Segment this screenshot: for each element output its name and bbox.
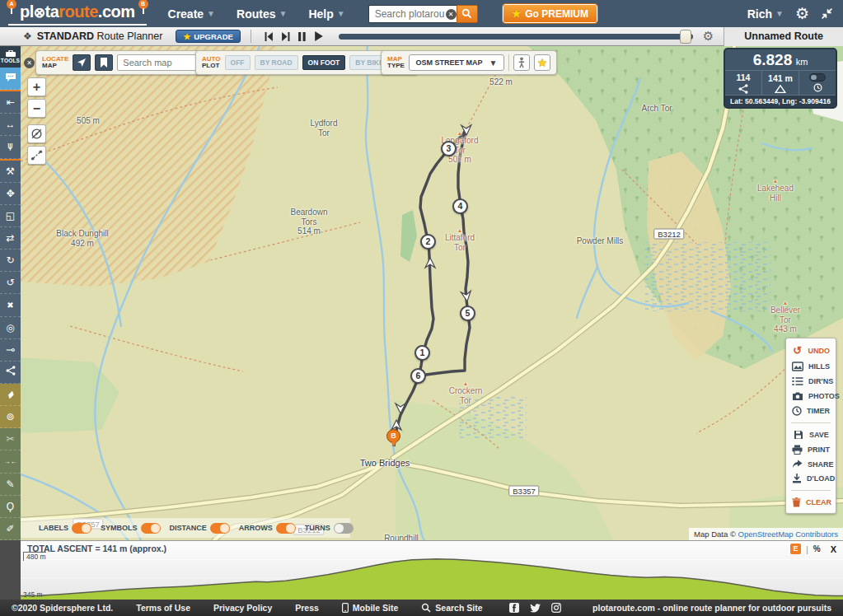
playback-settings-icon[interactable]: ⚙ [703,29,714,44]
favourite-map-button[interactable]: ★ [534,54,550,71]
instagram-icon[interactable] [551,603,561,613]
footer-link-search-site[interactable]: Search Site [421,603,482,613]
timer-stat[interactable] [799,71,836,95]
collapse-icon[interactable] [821,7,833,20]
route-waypoint-4[interactable]: 4 [452,198,468,214]
pause-button[interactable] [296,30,309,42]
compass-disabled-button[interactable] [27,124,46,143]
playback-slider[interactable] [339,34,693,40]
twitter-icon[interactable] [530,604,541,613]
toggle-switch[interactable] [276,523,296,534]
user-menu[interactable]: Rich▼ [747,7,784,21]
share-route-tool[interactable] [0,362,21,384]
move-start-tool[interactable]: ⇤ [0,90,21,114]
route-overview-button[interactable] [27,146,46,165]
autoplot-on-foot-button[interactable]: ON FOOT [302,55,346,70]
route-waypoint-5[interactable]: 5 [460,306,475,321]
search-button[interactable] [457,5,478,23]
clear-search-icon[interactable]: ✕ [446,9,457,20]
pan-route-tool[interactable]: ✥ [0,183,21,205]
reverse-route-tool[interactable]: ⇄ [0,227,21,250]
route-waypoint-2[interactable]: 2 [420,234,436,250]
timer-toggle[interactable] [809,73,826,82]
my-location-button[interactable] [73,54,91,71]
toggle-switch[interactable] [141,523,161,534]
redo-tool[interactable]: ↻ [0,250,21,272]
star-icon: ★ [183,32,190,41]
join-routes-tool[interactable]: →← [0,450,21,473]
menu-routes[interactable]: Routes▼ [237,7,287,21]
skip-to-end-button[interactable] [279,30,293,42]
map-type-select[interactable]: OSM STREET MAP▼ [409,54,504,71]
route-waypoint-3[interactable]: 3 [441,141,457,156]
map-canvas[interactable]: 505 mLydford TorWhite Tor 522 mArch Tor▲… [21,46,843,540]
facebook-icon[interactable] [509,603,519,613]
footer-link-mobile-site[interactable]: Mobile Site [342,603,398,613]
undo-button[interactable]: ↺UNDO [786,342,836,359]
osm-contributors-link[interactable]: OpenStreetMap Contributors [738,530,838,539]
print-button[interactable]: PRINT [786,442,836,457]
annotate-tool[interactable]: ✐ [0,518,21,540]
site-logo[interactable]: A B pl⊗taroute.com [8,2,147,26]
timer-button[interactable]: TIMER [786,404,836,418]
go-premium-button[interactable]: ★Go PREMIUM [503,4,597,23]
autoplot-by-road-button[interactable]: BY ROAD [255,55,298,70]
route-waypoint-1[interactable]: 1 [414,345,430,361]
dload-button[interactable]: D'LOAD [786,471,836,486]
map-search-input[interactable] [117,54,206,71]
route-name[interactable]: Unnamed Route [724,27,843,46]
autoplot-off-button[interactable]: OFF [225,55,251,70]
footer-link-privacy-policy[interactable]: Privacy Policy [213,603,272,613]
toggle-symbols[interactable]: SYMBOLS [101,523,161,534]
toggle-arrows[interactable]: ARROWS [239,523,296,534]
eraser-tool[interactable]: ▰ [0,384,21,406]
crop-route-tool[interactable]: ◱ [0,205,21,227]
zoom-in-button[interactable]: + [27,77,46,96]
photos-button[interactable]: PHOTOS [786,389,836,404]
route-tools-tool[interactable]: ⚒ [0,159,21,183]
footer-link-press[interactable]: Press [295,603,319,613]
rotate-route-tool[interactable]: ↺ [0,272,21,294]
cut-route-tool[interactable]: ✂ [0,428,21,450]
ascent-stat[interactable]: 141 m [762,71,799,95]
save-button[interactable]: SAVE [786,427,836,442]
elevation-view-button[interactable]: E [790,544,801,554]
route-end-marker[interactable]: B [386,429,400,443]
menu-help[interactable]: Help▼ [308,7,344,21]
clear-button[interactable]: CLEAR [786,495,836,510]
change-length-tool[interactable]: ↔ [0,114,21,136]
waypoints-stat[interactable]: 114 [725,71,762,95]
saved-places-button[interactable] [95,54,113,71]
toggle-turns[interactable]: TURNS [305,523,354,534]
location-marker-tool[interactable]: ⊚ [0,406,21,428]
gradient-view-button[interactable]: % [813,544,821,553]
street-view-button[interactable] [513,54,530,71]
comments-tool[interactable] [0,68,21,90]
playback-slider-handle[interactable] [680,30,691,44]
zoom-out-button[interactable]: − [27,99,46,118]
share-button[interactable]: SHARE [786,457,836,471]
plot-point-tool[interactable]: ◎ [0,317,21,339]
toggle-switch[interactable] [210,523,230,534]
close-elevation-button[interactable]: X [831,544,836,554]
menu-create[interactable]: Create▼ [168,7,216,21]
divider [251,30,251,43]
upgrade-button[interactable]: ★UPGRADE [176,30,240,43]
toggle-switch[interactable] [72,523,91,534]
draw-route-tool[interactable]: ✎ [0,474,21,496]
toggle-switch[interactable] [334,523,354,534]
pin-tool[interactable]: Ϙ [0,496,21,518]
route-waypoint-6[interactable]: 6 [410,368,426,384]
toggle-distance[interactable]: DISTANCE [170,523,230,534]
dirns-button[interactable]: DIR'NS [786,374,836,389]
footer-link-terms-of-use[interactable]: Terms of Use [136,603,190,613]
split-route-tool[interactable]: ⋔ [0,136,21,158]
clear-map-search-icon[interactable]: ✕ [24,58,35,68]
settings-gear-icon[interactable]: ⚙ [795,4,809,23]
delete-point-tool[interactable]: ✖ [0,294,21,316]
midpoint-tool[interactable]: ⊸ [0,339,21,362]
hills-button[interactable]: HILLS [786,359,836,374]
toggle-labels[interactable]: LABELS [39,523,91,534]
play-button[interactable] [312,30,325,42]
skip-to-start-button[interactable] [263,30,276,42]
